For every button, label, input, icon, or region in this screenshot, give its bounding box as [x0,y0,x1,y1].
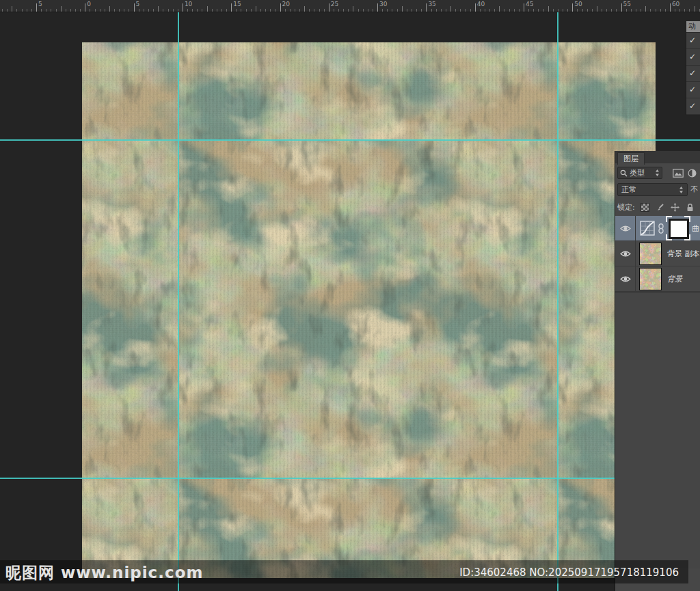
ruler-unit-label: 35 [428,1,435,8]
blend-mode-dropdown[interactable]: 正常 [617,183,688,196]
ruler-unit-label: 10 [185,1,192,8]
guide-horizontal-bottom[interactable] [0,478,615,479]
mask-selection-bracket [666,234,672,240]
actions-panel: 动 ✓✓✓✓✓ [686,21,700,115]
layers-panel-empty-area [615,292,700,568]
layer-name[interactable]: 背景 副本 [667,249,700,259]
ruler-unit-label: 50 [574,1,582,8]
layer-row-curves[interactable]: 曲 [615,216,700,241]
lock-icon [686,203,694,212]
guide-vertical-right[interactable] [557,12,558,591]
watermark-site-text: 昵图网 www.nipic.com [5,562,203,583]
ruler-unit-label: 40 [477,1,485,8]
ruler-unit-label: 30 [379,1,387,8]
layer-row-background-copy[interactable]: 背景 副本 [615,241,700,266]
layer-thumbnail[interactable] [639,268,662,290]
lock-row: 锁定: [615,198,700,216]
action-toggle-check[interactable]: ✓ [686,33,700,49]
checkerboard-icon [641,203,649,212]
layer-visibility-toggle[interactable] [615,266,636,291]
blend-mode-row: 正常 不 [615,181,700,198]
ruler-unit-label: 25 [331,1,338,8]
eye-icon [620,275,631,283]
lock-all-button[interactable] [685,202,695,212]
lock-position-button[interactable] [670,202,680,212]
updown-arrows-icon [655,169,660,177]
opacity-label-partial: 不 [690,184,698,195]
layer-visibility-toggle[interactable] [615,241,636,266]
ruler-unit-label: 55 [623,1,631,8]
mask-link-chain-icon[interactable] [658,223,664,234]
ruler-unit-label: 0 [87,1,91,8]
photoshop-window: 5051015202530354045505560 [0,0,700,591]
action-toggle-check[interactable]: ✓ [686,98,700,115]
lock-transparent-pixels-button[interactable] [640,202,650,212]
search-icon [620,169,628,177]
ruler-unit-label: 15 [233,1,241,8]
watermark-id-text: ID:34602468 NO:20250917195718119106 [459,566,679,579]
layer-name[interactable]: 曲 [692,223,699,234]
move-icon [671,203,679,212]
ruler-unit-label: 45 [526,1,533,8]
ruler-unit-label: 60 [672,1,679,8]
document-canvas[interactable] [82,42,656,578]
filter-adjustment-icon[interactable] [688,169,697,178]
layer-row-background[interactable]: 背景 [615,266,700,292]
curves-adjustment-icon[interactable] [640,221,655,236]
watermark-bar: 昵图网 www.nipic.com ID:34602468 NO:2025091… [0,560,688,583]
lock-image-pixels-button[interactable] [655,202,665,212]
guide-horizontal-top[interactable] [0,139,700,141]
ruler-unit-label: 20 [282,1,290,8]
layer-name[interactable]: 背景 [667,274,682,284]
layer-thumbnail[interactable] [639,243,662,265]
actions-check-list: ✓✓✓✓✓ [686,33,700,115]
kind-filter-label: 类型 [630,168,645,178]
mask-selection-bracket [666,216,672,222]
eye-icon [620,225,631,232]
filter-image-icon[interactable] [673,169,684,178]
updown-arrows-icon [679,186,684,194]
brush-icon [656,203,664,212]
actions-panel-header: 动 [686,21,700,33]
horizontal-ruler[interactable]: 5051015202530354045505560 [0,0,700,12]
action-toggle-check[interactable]: ✓ [686,82,700,98]
layer-mask-thumbnail[interactable] [666,216,690,240]
action-toggle-check[interactable]: ✓ [686,49,700,66]
lock-label: 锁定: [617,202,635,212]
action-toggle-check[interactable]: ✓ [686,66,700,82]
camo-texture-image [82,42,656,578]
ruler-unit-label: 5 [136,1,140,8]
layer-kind-filter-dropdown[interactable]: 类型 [617,167,662,179]
eye-icon [620,250,631,258]
mask-selection-bracket [684,234,690,240]
ruler-unit-label: 5 [38,1,42,8]
layers-panel-tabbar: 图层 [615,151,700,163]
guide-vertical-left[interactable] [178,12,179,591]
blend-mode-value: 正常 [621,184,636,195]
mask-selection-bracket [684,216,690,222]
layers-panel: 图层 类型 [615,151,700,591]
layer-filter-row: 类型 [615,163,700,181]
layer-visibility-toggle[interactable] [615,216,636,240]
